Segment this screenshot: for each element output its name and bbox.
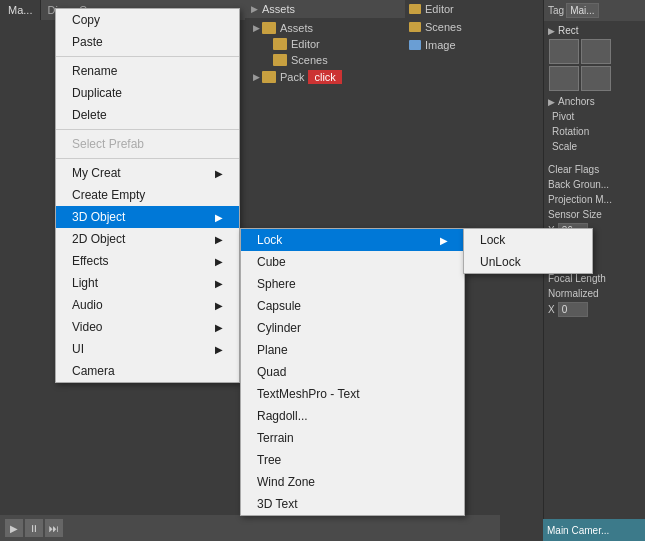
norm-x-value[interactable]: 0 xyxy=(558,302,588,317)
sub1-tree-label: Tree xyxy=(257,453,281,467)
scenes-tree-item[interactable]: Scenes xyxy=(249,52,401,68)
menu-item-camera[interactable]: Camera xyxy=(56,360,239,382)
sub1-menu-item-lock[interactable]: Lock ▶ xyxy=(241,229,464,251)
editor-tree-item[interactable]: Editor xyxy=(249,36,401,52)
sub1-menu-item-cylinder[interactable]: Cylinder xyxy=(241,317,464,339)
right-editor-item[interactable]: Editor xyxy=(405,0,540,18)
my-creat-arrow: ▶ xyxy=(215,168,223,179)
main-camera-bar: Main Camer... xyxy=(543,519,645,541)
projection-label: Projection M... xyxy=(548,194,612,205)
sub1-lock-label: Lock xyxy=(257,233,282,247)
right-editor-label: Editor xyxy=(425,3,454,15)
light-label: Light xyxy=(72,276,98,290)
assets-header: ▶ Assets xyxy=(245,0,405,18)
clear-flags-row: Clear Flags xyxy=(544,162,645,177)
sub1-wind-zone-label: Wind Zone xyxy=(257,475,315,489)
play-button[interactable]: ▶ xyxy=(5,519,23,537)
scale-label: Scale xyxy=(552,141,577,152)
menu-item-duplicate[interactable]: Duplicate xyxy=(56,82,239,104)
right-image-item[interactable]: Image xyxy=(405,36,540,54)
sub2-menu-item-lock[interactable]: Lock xyxy=(464,229,592,251)
norm-x-label: X xyxy=(548,304,555,315)
sub1-quad-label: Quad xyxy=(257,365,286,379)
pivot-row: Pivot xyxy=(544,109,645,124)
menu-item-audio[interactable]: Audio ▶ xyxy=(56,294,239,316)
scenes-label: Scenes xyxy=(291,54,328,66)
sub2-menu-item-unlock[interactable]: UnLock xyxy=(464,251,592,273)
menu-item-effects[interactable]: Effects ▶ xyxy=(56,250,239,272)
tag-value[interactable]: Mai... xyxy=(566,3,598,18)
tab-main[interactable]: Ma... xyxy=(0,0,41,20)
rect-section: ▶ Rect xyxy=(544,21,645,94)
3d-object-arrow: ▶ xyxy=(215,212,223,223)
pack-tree-item[interactable]: ▶ Pack click xyxy=(249,68,401,86)
menu-item-3d-object[interactable]: 3D Object ▶ xyxy=(56,206,239,228)
menu-item-my-creat[interactable]: My Creat ▶ xyxy=(56,162,239,184)
menu-item-copy[interactable]: Copy xyxy=(56,9,239,31)
3d-object-label: 3D Object xyxy=(72,210,125,224)
anchors-label: Anchors xyxy=(558,96,595,107)
sub1-menu-item-3d-text[interactable]: 3D Text xyxy=(241,493,464,515)
audio-label: Audio xyxy=(72,298,103,312)
rect-boxes-2 xyxy=(548,65,641,92)
menu-item-select-prefab[interactable]: Select Prefab xyxy=(56,133,239,155)
camera-label: Camera xyxy=(72,364,115,378)
menu-item-video[interactable]: Video ▶ xyxy=(56,316,239,338)
pause-button[interactable]: ⏸ xyxy=(25,519,43,537)
menu-item-paste[interactable]: Paste xyxy=(56,31,239,53)
menu-item-delete[interactable]: Delete xyxy=(56,104,239,126)
sub1-menu-item-tree[interactable]: Tree xyxy=(241,449,464,471)
assets-tree-item[interactable]: ▶ Assets xyxy=(249,20,401,36)
menu-item-rename[interactable]: Rename xyxy=(56,60,239,82)
step-button[interactable]: ⏭ xyxy=(45,519,63,537)
sub1-menu-item-capsule[interactable]: Capsule xyxy=(241,295,464,317)
audio-arrow: ▶ xyxy=(215,300,223,311)
rect-box-2 xyxy=(581,39,611,64)
bottom-panel: ▶ ⏸ ⏭ xyxy=(0,515,500,541)
menu-item-ui[interactable]: UI ▶ xyxy=(56,338,239,360)
image-icon xyxy=(409,40,421,50)
sub2-lock-label: Lock xyxy=(480,233,505,247)
assets-main-label: Assets xyxy=(280,22,313,34)
main-camera-label: Main Camer... xyxy=(547,525,609,536)
tag-row: Tag Mai... xyxy=(544,0,645,21)
sub1-menu-item-wind-zone[interactable]: Wind Zone xyxy=(241,471,464,493)
editor-label: Editor xyxy=(291,38,320,50)
scale-row: Scale xyxy=(544,139,645,154)
click-badge: click xyxy=(308,70,341,84)
rect-boxes xyxy=(548,38,641,65)
sub1-menu-item-sphere[interactable]: Sphere xyxy=(241,273,464,295)
sub1-menu-item-quad[interactable]: Quad xyxy=(241,361,464,383)
duplicate-label: Duplicate xyxy=(72,86,122,100)
right-scenes-item[interactable]: Scenes xyxy=(405,18,540,36)
projection-row: Projection M... xyxy=(544,192,645,207)
rect-box-1 xyxy=(549,39,579,64)
rename-label: Rename xyxy=(72,64,117,78)
sub1-menu-item-ragdoll[interactable]: Ragdoll... xyxy=(241,405,464,427)
delete-label: Delete xyxy=(72,108,107,122)
folder-icon-right-scenes xyxy=(409,22,421,32)
sub1-menu-item-plane[interactable]: Plane xyxy=(241,339,464,361)
menu-item-light[interactable]: Light ▶ xyxy=(56,272,239,294)
sub1-menu-item-textmeshpro[interactable]: TextMeshPro - Text xyxy=(241,383,464,405)
sub1-sphere-label: Sphere xyxy=(257,277,296,291)
folder-icon-right-editor xyxy=(409,4,421,14)
right-file-panel: Editor Scenes Image xyxy=(405,0,540,54)
normalized-label: Normalized xyxy=(548,288,599,299)
sub1-terrain-label: Terrain xyxy=(257,431,294,445)
context-menu-sub2: Lock UnLock xyxy=(463,228,593,274)
right-scenes-label: Scenes xyxy=(425,21,462,33)
effects-label: Effects xyxy=(72,254,108,268)
menu-item-create-empty[interactable]: Create Empty xyxy=(56,184,239,206)
separator-after-delete xyxy=(56,129,239,130)
normalized-row: Normalized xyxy=(544,286,645,301)
menu-item-2d-object[interactable]: 2D Object ▶ xyxy=(56,228,239,250)
2d-object-arrow: ▶ xyxy=(215,234,223,245)
sub1-lock-arrow: ▶ xyxy=(440,235,448,246)
paste-label: Paste xyxy=(72,35,103,49)
sub1-menu-item-cube[interactable]: Cube xyxy=(241,251,464,273)
rect-header: ▶ Rect xyxy=(548,23,641,38)
sub1-menu-item-terrain[interactable]: Terrain xyxy=(241,427,464,449)
focal-length-label: Focal Length xyxy=(548,273,606,284)
pivot-label: Pivot xyxy=(552,111,574,122)
